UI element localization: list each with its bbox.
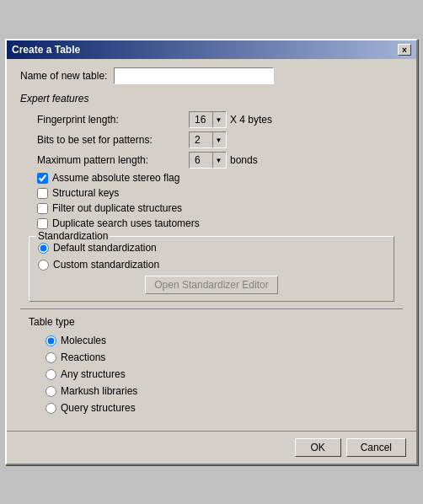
name-label: Name of new table: (20, 70, 107, 82)
markush-row: Markush libraries (46, 385, 403, 397)
molecules-radio[interactable] (46, 335, 56, 346)
default-standardization-row: Default standardization (38, 242, 385, 254)
max-pattern-label: Maximum pattern length: (37, 154, 189, 166)
bits-dropdown[interactable]: 2 ▼ (189, 131, 227, 148)
standardization-group: Standardization Default standardization … (29, 236, 394, 302)
expert-features-label: Expert features (20, 93, 403, 105)
expert-features-section: Expert features Fingerprint length: 16 ▼… (20, 93, 403, 229)
cancel-button[interactable]: Cancel (346, 438, 406, 457)
any-structures-label: Any structures (61, 368, 126, 380)
query-structures-label: Query structures (61, 402, 136, 414)
assume-stereo-row: Assume absolute stereo flag (37, 172, 403, 184)
duplicate-tautomers-checkbox[interactable] (37, 218, 48, 229)
table-type-options: Molecules Reactions Any structures Marku… (46, 335, 403, 414)
query-structures-row: Query structures (46, 402, 403, 414)
structural-keys-checkbox[interactable] (37, 188, 48, 199)
assume-stereo-label: Assume absolute stereo flag (52, 172, 179, 184)
filter-duplicate-label: Filter out duplicate structures (52, 202, 182, 214)
bits-row: Bits to be set for patterns: 2 ▼ (37, 131, 403, 148)
fingerprint-dropdown[interactable]: 16 ▼ (189, 111, 227, 128)
dialog-title: Create a Table (12, 44, 80, 56)
create-table-dialog: Create a Table × Name of new table: Expe… (5, 39, 418, 465)
bits-arrow: ▼ (212, 132, 224, 147)
reactions-row: Reactions (46, 351, 403, 363)
duplicate-tautomers-label: Duplicate search uses tautomers (52, 217, 200, 229)
max-pattern-arrow: ▼ (212, 153, 224, 168)
molecules-label: Molecules (61, 335, 106, 346)
duplicate-tautomers-row: Duplicate search uses tautomers (37, 217, 403, 229)
assume-stereo-checkbox[interactable] (37, 173, 48, 184)
max-pattern-row: Maximum pattern length: 6 ▼ bonds (37, 152, 403, 169)
title-bar: Create a Table × (7, 40, 416, 59)
max-pattern-unit: bonds (230, 154, 258, 166)
standardization-title: Standardization (36, 230, 110, 242)
fingerprint-label: Fingerprint length: (37, 114, 189, 126)
any-structures-radio[interactable] (46, 369, 56, 380)
ok-button[interactable]: OK (295, 438, 341, 457)
name-row: Name of new table: (20, 67, 403, 84)
markush-radio[interactable] (46, 386, 56, 397)
filter-duplicate-checkbox[interactable] (37, 203, 48, 214)
max-pattern-value: 6 (191, 154, 204, 166)
bottom-bar: OK Cancel (7, 431, 416, 464)
name-input[interactable] (114, 67, 274, 84)
custom-standardization-label: Custom standardization (53, 259, 159, 271)
query-structures-radio[interactable] (46, 403, 56, 414)
structural-keys-row: Structural keys (37, 187, 403, 199)
max-pattern-dropdown[interactable]: 6 ▼ (189, 152, 227, 169)
molecules-row: Molecules (46, 335, 403, 346)
fingerprint-unit: X 4 bytes (230, 114, 272, 126)
structural-keys-label: Structural keys (52, 187, 119, 199)
table-type-label: Table type (29, 316, 403, 328)
reactions-label: Reactions (61, 351, 105, 363)
reactions-radio[interactable] (46, 352, 56, 363)
default-standardization-label: Default standardization (53, 242, 157, 254)
open-standardizer-button[interactable]: Open Standardizer Editor (145, 276, 277, 294)
fingerprint-arrow: ▼ (212, 112, 224, 127)
markush-label: Markush libraries (61, 385, 137, 397)
bits-value: 2 (191, 134, 204, 146)
custom-standardization-radio[interactable] (38, 260, 49, 271)
divider (20, 308, 403, 309)
fingerprint-value: 16 (191, 114, 209, 126)
default-standardization-radio[interactable] (38, 243, 49, 254)
dialog-content: Name of new table: Expert features Finge… (7, 59, 416, 427)
table-type-section: Table type Molecules Reactions Any struc… (29, 316, 403, 414)
bits-label: Bits to be set for patterns: (37, 134, 189, 146)
filter-duplicate-row: Filter out duplicate structures (37, 202, 403, 214)
any-structures-row: Any structures (46, 368, 403, 380)
close-button[interactable]: × (398, 44, 411, 56)
custom-standardization-row: Custom standardization (38, 259, 385, 271)
fingerprint-row: Fingerprint length: 16 ▼ X 4 bytes (37, 111, 403, 128)
